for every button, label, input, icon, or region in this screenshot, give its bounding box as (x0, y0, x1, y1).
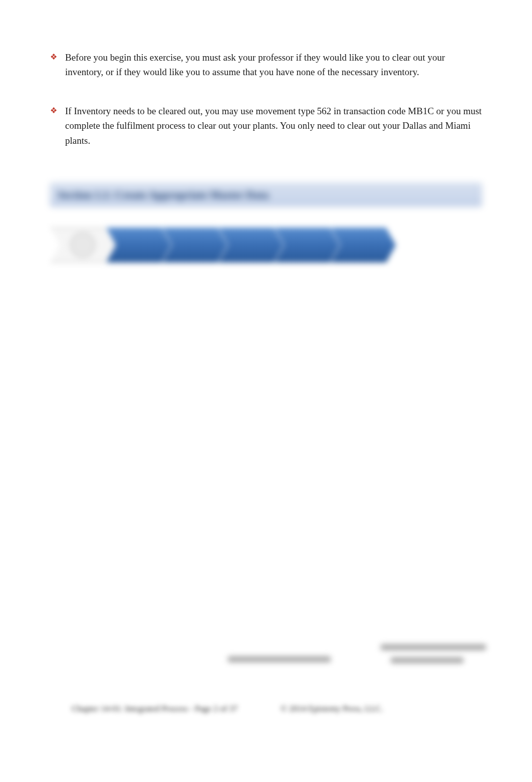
bullet-icon: ❖ (50, 105, 54, 116)
note-text: Before you begin this exercise, you must… (65, 50, 482, 80)
note-item: ❖ If Inventory needs to be cleared out, … (50, 104, 482, 148)
blurred-text (391, 657, 463, 663)
chevron-step (218, 227, 284, 263)
chevron-step (106, 227, 171, 263)
bullet-icon: ❖ (50, 52, 54, 63)
chevron-step (162, 227, 227, 263)
blurred-text (228, 656, 331, 662)
section-header: Section 1.1: Create Appropriate Master D… (50, 183, 482, 207)
chevron-circle-icon (70, 232, 95, 257)
chevron-step-start (50, 227, 115, 263)
page-content: ❖ Before you begin this exercise, you mu… (0, 0, 532, 265)
footer-page-info: Chapter 14-01: Integrated Process - Page… (72, 704, 237, 714)
chevron-step (331, 227, 396, 263)
blurred-text (381, 644, 486, 650)
note-item: ❖ Before you begin this exercise, you mu… (50, 50, 482, 80)
footer-copyright: © 2014 Epistemy Press, LLC. (281, 704, 383, 714)
note-text: If Inventory needs to be cleared out, yo… (65, 104, 482, 148)
process-chevron-row (50, 225, 482, 265)
chevron-step (275, 227, 340, 263)
